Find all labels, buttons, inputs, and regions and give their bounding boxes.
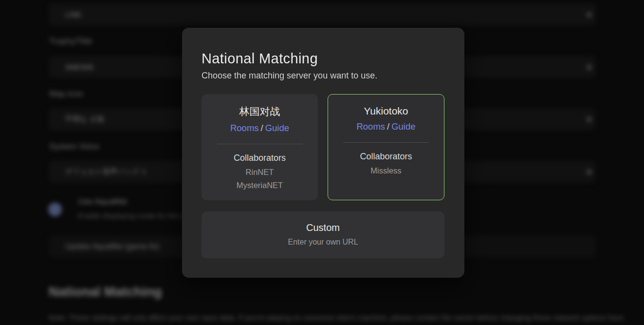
dialog-subtitle: Choose the matching server you want to u… xyxy=(202,71,377,81)
collaborator-item: Missless xyxy=(328,164,444,177)
server-card-yukiotoko[interactable]: Yukiotoko Rooms/Guide Collaborators Miss… xyxy=(328,94,444,200)
rooms-link[interactable]: Rooms xyxy=(230,123,259,133)
custom-card-title: Custom xyxy=(202,222,444,233)
dialog-title: National Matching xyxy=(202,51,318,67)
custom-card-subtitle: Enter your own URL xyxy=(202,238,444,247)
link-separator: / xyxy=(385,121,391,132)
server-links: Rooms/Guide xyxy=(328,121,444,132)
collaborator-item: RinNET xyxy=(202,166,318,179)
app-window: LINK Trophy/Title SNES05 Map Icon 不明な 土地… xyxy=(0,0,644,325)
server-name: Yukiotoko xyxy=(328,105,444,117)
custom-server-card[interactable]: Custom Enter your own URL xyxy=(202,211,444,258)
collaborators-list: Missless xyxy=(328,164,444,177)
divider xyxy=(343,142,429,143)
collaborators-label: Collaborators xyxy=(328,152,444,162)
collaborators-list: RinNET MysteriaNET xyxy=(202,166,318,192)
rooms-link[interactable]: Rooms xyxy=(356,121,385,132)
collaborator-item: MysteriaNET xyxy=(202,179,318,192)
collaborators-label: Collaborators xyxy=(202,153,318,163)
server-card-linguodzhan[interactable]: 林国对战 Rooms/Guide Collaborators RinNET My… xyxy=(202,94,318,200)
server-name: 林国对战 xyxy=(202,105,318,118)
guide-link[interactable]: Guide xyxy=(391,121,415,132)
guide-link[interactable]: Guide xyxy=(265,123,289,133)
server-links: Rooms/Guide xyxy=(202,123,318,134)
national-matching-dialog: National Matching Choose the matching se… xyxy=(182,28,464,278)
link-separator: / xyxy=(259,123,265,133)
divider xyxy=(217,144,303,144)
